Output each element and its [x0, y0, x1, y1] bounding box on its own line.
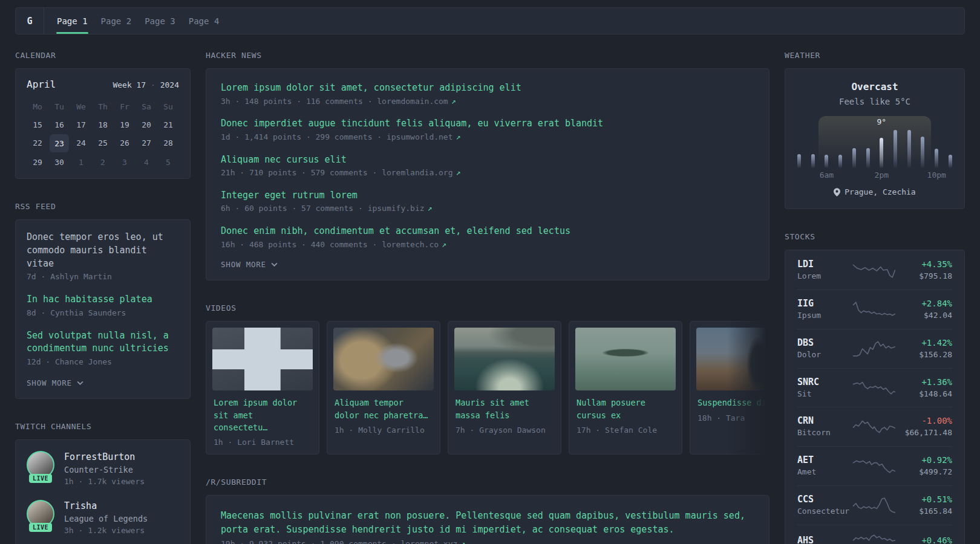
- rss-item: In hac habitasse platea 8d · Cynthia Sau…: [27, 293, 179, 320]
- external-link-icon: ↗: [456, 168, 461, 177]
- external-link-icon: ↗: [428, 204, 433, 213]
- stock-name: Lorem: [797, 271, 852, 282]
- stock-symbol: IIG: [797, 297, 852, 310]
- video-thumbnail[interactable]: [333, 328, 434, 390]
- calendar-day: 18: [92, 115, 114, 134]
- post-domain-link[interactable]: loremnet.xyz: [400, 539, 457, 544]
- stock-row[interactable]: SNRCSit +1.36%$148.64: [797, 368, 952, 407]
- hn-item-meta: 21h · 710 points · 579 comments · loreml…: [221, 167, 754, 180]
- hn-item-title[interactable]: Aliquam nec cursus elit: [221, 153, 754, 167]
- channel-category: Counter-Strike: [64, 464, 145, 476]
- tab-page-1[interactable]: Page 1: [50, 8, 94, 34]
- video-title[interactable]: Lorem ipsum dolor sit amet consectetu…: [214, 397, 312, 433]
- stock-row[interactable]: AETAmet +0.92%$499.72: [797, 446, 952, 485]
- hn-item-meta: 16h · 468 points · 440 comments · loremt…: [221, 239, 754, 251]
- hn-domain-link[interactable]: loremlandia.org: [382, 168, 452, 177]
- app-logo[interactable]: G: [16, 8, 44, 34]
- hn-domain-link[interactable]: loremtech.co: [382, 240, 439, 249]
- hn-item-title[interactable]: Donec enim nibh, condimentum et accumsan…: [221, 224, 754, 238]
- calendar-day: 28: [157, 134, 179, 152]
- hn-domain-link[interactable]: loremdomain.com: [377, 97, 448, 106]
- subreddit-section: /R/SUBREDDIT Maecenas mollis pulvinar er…: [206, 478, 769, 544]
- stock-symbol: SNRC: [797, 376, 852, 389]
- stock-row[interactable]: LDILorem +4.35%$795.18: [797, 251, 952, 290]
- hn-item-title[interactable]: Lorem ipsum dolor sit amet, consectetur …: [221, 81, 754, 95]
- live-badge: LIVE: [29, 523, 52, 532]
- rss-item-title[interactable]: In hac habitasse platea: [27, 293, 179, 306]
- calendar-day: 21: [157, 115, 179, 134]
- calendar-day: 17: [70, 115, 92, 134]
- video-card[interactable]: Suspendisse diam 18h · Tara: [690, 321, 769, 455]
- video-meta: 18h · Tara: [697, 413, 769, 423]
- hn-item: Aliquam nec cursus elit 21h · 710 points…: [221, 153, 754, 180]
- stock-change: +0.51%: [897, 493, 952, 506]
- calendar-day: 19: [114, 115, 136, 134]
- stock-price: $165.84: [897, 506, 952, 517]
- weather-chart: 9°: [797, 116, 952, 168]
- stock-row[interactable]: CCSConsectetur +0.51%$165.84: [797, 485, 952, 525]
- video-thumbnail[interactable]: [696, 328, 769, 390]
- stock-change: +1.36%: [897, 376, 952, 389]
- hn-domain-link[interactable]: ipsumify.biz: [368, 204, 425, 213]
- calendar-day: 22: [27, 134, 48, 152]
- twitch-channel[interactable]: LIVE Trisha League of Legends 3h · 1.2k …: [27, 500, 179, 537]
- weather-location: Prague, Czechia: [797, 187, 952, 196]
- rss-show-more-button[interactable]: SHOW MORE: [27, 378, 83, 387]
- stock-symbol: CRN: [797, 415, 852, 427]
- top-nav: G Page 1 Page 2 Page 3 Page 4: [15, 7, 965, 34]
- weather-widget: Overcast Feels like 5°C 9° 6am2pm10pm Pr…: [785, 68, 965, 209]
- calendar-day-next-month: 1: [70, 153, 92, 171]
- hn-item-title[interactable]: Donec imperdiet augue tincidunt felis al…: [221, 117, 754, 131]
- channel-meta: 3h · 1.2k viewers: [64, 525, 148, 537]
- video-card[interactable]: Mauris sit amet massa felis 7h · Grayson…: [448, 321, 561, 455]
- calendar-month: April: [27, 79, 56, 90]
- hn-domain-link[interactable]: ipsumworld.net: [387, 132, 453, 141]
- video-thumbnail[interactable]: [575, 328, 676, 390]
- twitch-widget: LIVE ForrestBurton Counter-Strike 1h · 1…: [15, 439, 191, 544]
- twitch-section: TWITCH CHANNELS LIVE ForrestBurton Count…: [15, 422, 191, 544]
- stock-sparkline: [852, 418, 896, 435]
- rss-item-title[interactable]: Donec tempor eros leo, ut commodo mauris…: [27, 231, 179, 270]
- stock-sparkline: [852, 262, 896, 279]
- video-thumbnail[interactable]: [212, 328, 313, 390]
- stock-row[interactable]: IIGIpsum +2.84%$42.04: [797, 290, 952, 329]
- stock-sparkline: [852, 458, 896, 474]
- stock-price: $499.72: [897, 467, 952, 478]
- live-badge: LIVE: [29, 474, 52, 483]
- calendar-day-next-month: 3: [114, 153, 136, 171]
- tab-page-4[interactable]: Page 4: [182, 8, 226, 34]
- video-title[interactable]: Suspendisse diam: [697, 397, 769, 409]
- rss-item-meta: 8d · Cynthia Saunders: [27, 307, 179, 320]
- channel-name: Trisha: [64, 500, 148, 513]
- rss-item: Sed volutpat nulla nisl, a condimentum n…: [27, 329, 179, 369]
- twitch-channel[interactable]: LIVE ForrestBurton Counter-Strike 1h · 1…: [27, 451, 179, 488]
- video-thumbnail[interactable]: [454, 328, 555, 390]
- video-title[interactable]: Mauris sit amet massa felis: [456, 397, 554, 421]
- calendar-day-selected: 23: [50, 134, 69, 152]
- hn-item-title[interactable]: Integer eget rutrum lorem: [221, 189, 754, 202]
- video-card[interactable]: Lorem ipsum dolor sit amet consectetu… 1…: [206, 321, 319, 455]
- hn-show-more-button[interactable]: SHOW MORE: [221, 260, 278, 269]
- video-title[interactable]: Aliquam tempor dolor nec pharetra…: [335, 397, 433, 421]
- chevron-down-icon: [271, 262, 278, 267]
- stock-change: +0.92%: [897, 454, 952, 467]
- post-title[interactable]: Maecenas mollis pulvinar erat non posuer…: [221, 509, 754, 537]
- stock-name: Ipsum: [797, 310, 852, 322]
- weekday-label: Sa: [136, 97, 157, 115]
- tab-page-3[interactable]: Page 3: [138, 8, 182, 34]
- stock-row[interactable]: CRNBitcorn -1.00%$66,171.48: [797, 407, 952, 446]
- tab-page-2[interactable]: Page 2: [94, 8, 139, 34]
- stock-price: $66,171.48: [897, 427, 952, 439]
- video-title[interactable]: Nullam posuere cursus ex: [577, 397, 675, 421]
- subreddit-post: Maecenas mollis pulvinar erat non posuer…: [221, 509, 754, 544]
- stock-row[interactable]: DBSDolor +1.42%$156.28: [797, 329, 952, 368]
- weather-feels-like: Feels like 5°C: [797, 97, 952, 106]
- hn-item-meta: 3h · 148 points · 116 comments · loremdo…: [221, 96, 754, 108]
- rss-item-title[interactable]: Sed volutpat nulla nisl, a condimentum n…: [27, 329, 179, 356]
- stock-row[interactable]: AHS +0.46%: [797, 525, 952, 544]
- calendar-day: 25: [92, 134, 114, 152]
- video-card[interactable]: Nullam posuere cursus ex 17h · Stefan Co…: [569, 321, 682, 455]
- video-card[interactable]: Aliquam tempor dolor nec pharetra… 1h · …: [327, 321, 440, 455]
- calendar-day: 24: [70, 134, 92, 152]
- stock-price: $42.04: [897, 310, 952, 322]
